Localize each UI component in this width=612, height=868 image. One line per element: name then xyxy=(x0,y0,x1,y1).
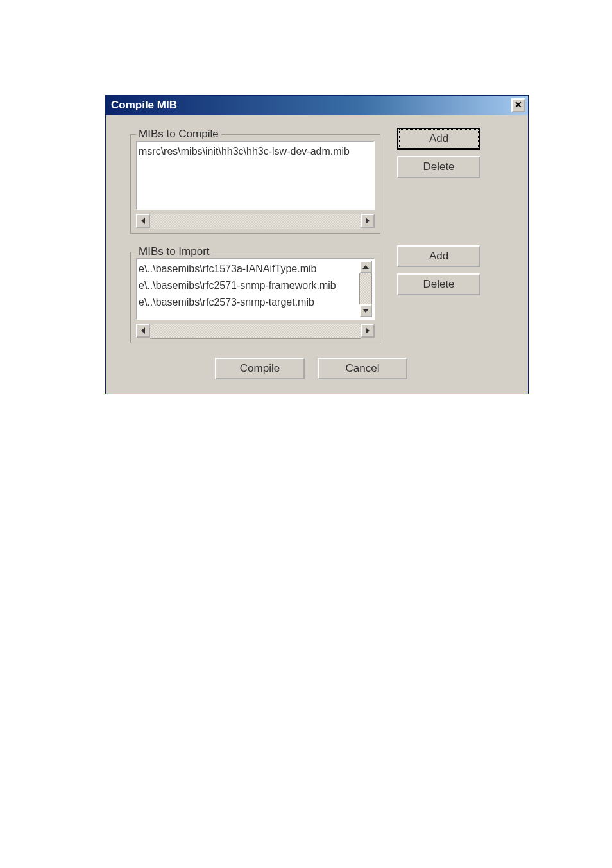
scroll-track[interactable] xyxy=(150,324,361,339)
mibs-to-import-legend: MIBs to Import xyxy=(136,245,212,258)
import-add-button[interactable]: Add xyxy=(397,245,480,267)
mibs-to-compile-legend: MIBs to Compile xyxy=(136,128,221,141)
mibs-to-compile-group: MIBs to Compile msrc\res\mibs\init\hh3c\… xyxy=(130,128,380,234)
compile-button-label: Compile xyxy=(240,362,280,375)
import-delete-label: Delete xyxy=(423,278,454,291)
mibs-to-import-listwrap: e\..\basemibs\rfc1573a-IANAifType.mib e\… xyxy=(136,258,375,338)
scroll-up-button[interactable] xyxy=(359,261,372,273)
mibs-to-import-list[interactable]: e\..\basemibs\rfc1573a-IANAifType.mib e\… xyxy=(136,258,375,320)
list-item[interactable]: e\..\basemibs\rfc1573a-IANAifType.mib xyxy=(139,261,359,277)
import-vscroll[interactable] xyxy=(359,261,372,317)
compile-button[interactable]: Compile xyxy=(215,358,305,379)
list-item[interactable]: e\..\basemibs\rfc2573-snmp-target.mib xyxy=(139,294,359,311)
arrow-left-icon xyxy=(141,218,145,224)
import-hscroll[interactable] xyxy=(136,324,375,338)
scroll-track[interactable] xyxy=(150,214,361,229)
mibs-to-compile-list[interactable]: msrc\res\mibs\init\hh3c\hh3c-lsw-dev-adm… xyxy=(136,141,375,210)
scroll-left-button[interactable] xyxy=(136,214,150,228)
dialog-actions: Compile Cancel xyxy=(106,358,516,379)
scroll-down-button[interactable] xyxy=(359,304,372,317)
arrow-down-icon xyxy=(362,309,369,313)
scroll-right-button[interactable] xyxy=(361,324,375,338)
mibs-to-import-group: MIBs to Import e\..\basemibs\rfc1573a-IA… xyxy=(130,245,380,343)
compile-delete-label: Delete xyxy=(423,161,454,173)
mibs-import-row: MIBs to Import e\..\basemibs\rfc1573a-IA… xyxy=(130,245,516,343)
cancel-button[interactable]: Cancel xyxy=(318,358,407,379)
list-item[interactable]: e\..\basemibs\rfc2571-snmp-framework.mib xyxy=(139,277,359,294)
close-button[interactable]: ✕ xyxy=(511,98,525,112)
list-item[interactable]: msrc\res\mibs\init\hh3c\hh3c-lsw-dev-adm… xyxy=(139,143,372,160)
import-side-buttons: Add Delete xyxy=(397,245,480,302)
compile-hscroll[interactable] xyxy=(136,214,375,228)
compile-mib-dialog: Compile MIB ✕ MIBs to Compile msrc\res\m… xyxy=(105,95,529,394)
cancel-button-label: Cancel xyxy=(346,362,380,375)
scroll-left-button[interactable] xyxy=(136,324,150,338)
arrow-up-icon xyxy=(362,265,369,269)
mibs-to-compile-listwrap: msrc\res\mibs\init\hh3c\hh3c-lsw-dev-adm… xyxy=(136,141,375,228)
compile-side-buttons: Add Delete xyxy=(397,128,480,184)
compile-add-button[interactable]: Add xyxy=(397,128,480,150)
compile-delete-button[interactable]: Delete xyxy=(397,156,480,178)
arrow-right-icon xyxy=(366,327,370,334)
import-delete-button[interactable]: Delete xyxy=(397,273,480,295)
arrow-left-icon xyxy=(141,327,145,334)
titlebar[interactable]: Compile MIB ✕ xyxy=(106,96,528,115)
scroll-right-button[interactable] xyxy=(361,214,375,228)
close-icon: ✕ xyxy=(514,100,522,110)
dialog-body: MIBs to Compile msrc\res\mibs\init\hh3c\… xyxy=(106,115,528,394)
window-title: Compile MIB xyxy=(111,99,177,112)
arrow-right-icon xyxy=(366,218,370,224)
scroll-track[interactable] xyxy=(359,273,372,304)
compile-add-label: Add xyxy=(429,132,448,145)
import-add-label: Add xyxy=(429,250,448,263)
mibs-compile-row: MIBs to Compile msrc\res\mibs\init\hh3c\… xyxy=(130,128,516,234)
